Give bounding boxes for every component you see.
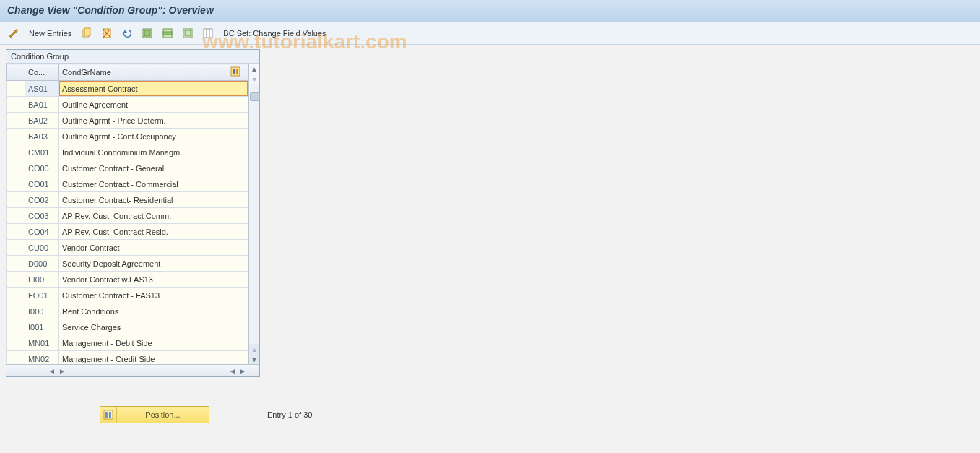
name-cell[interactable]: Customer Contract - Commercial [59, 176, 248, 192]
name-cell[interactable]: AP Rev. Cust. Contract Resid. [59, 224, 248, 240]
code-cell[interactable]: AS01 [25, 81, 59, 97]
name-cell[interactable]: Individual Condominium Managm. [59, 144, 248, 160]
row-selector[interactable] [7, 208, 25, 224]
code-cell[interactable]: BA02 [25, 113, 59, 129]
row-selector[interactable] [7, 192, 25, 208]
name-cell[interactable]: AP Rev. Cust. Contract Comm. [59, 208, 248, 224]
code-cell[interactable]: CO00 [25, 160, 59, 176]
row-selector[interactable] [7, 160, 25, 176]
code-cell[interactable]: CO03 [25, 208, 59, 224]
name-cell[interactable]: Rent Conditions [59, 303, 248, 319]
table-row[interactable]: CU00Vendor Contract [7, 240, 248, 256]
table-row[interactable]: FI00Vendor Contract w.FAS13 [7, 272, 248, 288]
table-row[interactable]: CO01Customer Contract - Commercial [7, 176, 248, 192]
row-selector[interactable] [7, 176, 25, 192]
table-row[interactable]: CO00Customer Contract - General [7, 160, 248, 176]
row-selector[interactable] [7, 272, 25, 288]
delete-icon[interactable] [99, 25, 115, 41]
table-row[interactable]: CO04AP Rev. Cust. Contract Resid. [7, 224, 248, 240]
name-cell[interactable]: Outline Agrmt - Cont.Occupancy [59, 129, 248, 144]
code-cell[interactable]: CO02 [25, 192, 59, 208]
table-row[interactable]: D000Security Deposit Agreement [7, 256, 248, 272]
position-icon [100, 407, 117, 422]
code-cell[interactable]: CO04 [25, 224, 59, 240]
table-row[interactable]: BA02Outline Agrmt - Price Determ. [7, 113, 248, 129]
scroll-up-icon[interactable]: ▲ [249, 64, 259, 74]
table-row[interactable]: BA03Outline Agrmt - Cont.Occupancy [7, 129, 248, 144]
position-button[interactable]: Position... [100, 406, 209, 423]
table-row[interactable]: CO03AP Rev. Cust. Contract Comm. [7, 208, 248, 224]
table-row[interactable]: I001Service Charges [7, 319, 248, 335]
table-row[interactable]: MN01Management - Debit Side [7, 335, 248, 351]
copy-as-icon[interactable] [79, 25, 95, 41]
row-selector[interactable] [7, 351, 25, 365]
scroll-right-end-icon[interactable]: ► [238, 366, 248, 376]
horizontal-scrollbar[interactable]: ◄ ► ◄ ► [6, 364, 259, 376]
table-row[interactable]: AS01Assessment Contract [7, 81, 248, 97]
scroll-up-step-icon[interactable]: ▾ [249, 74, 259, 84]
name-cell[interactable]: Outline Agreement [59, 97, 248, 113]
table-settings-button[interactable] [227, 64, 248, 81]
code-cell[interactable]: I000 [25, 303, 59, 319]
deselect-all-icon[interactable] [180, 25, 196, 41]
name-cell[interactable]: Customer Contract- Residential [59, 192, 248, 208]
toggle-display-change-icon[interactable] [6, 25, 22, 41]
row-select-header[interactable] [7, 64, 25, 81]
name-cell[interactable]: Security Deposit Agreement [59, 256, 248, 272]
code-cell[interactable]: FI00 [25, 272, 59, 288]
scroll-left-icon[interactable]: ◄ [47, 366, 57, 376]
scroll-down-step-icon[interactable]: ▴ [249, 344, 259, 354]
row-selector[interactable] [7, 224, 25, 240]
name-cell[interactable]: Customer Contract - FAS13 [59, 288, 248, 303]
select-all-icon[interactable] [139, 25, 155, 41]
code-cell[interactable]: CU00 [25, 240, 59, 256]
code-cell[interactable]: FO01 [25, 288, 59, 303]
table-row[interactable]: CO02Customer Contract- Residential [7, 192, 248, 208]
scroll-down-icon[interactable]: ▼ [249, 354, 259, 364]
name-cell[interactable]: Management - Debit Side [59, 335, 248, 351]
name-cell[interactable]: Vendor Contract w.FAS13 [59, 272, 248, 288]
code-cell[interactable]: CO01 [25, 176, 59, 192]
code-cell[interactable]: CM01 [25, 144, 59, 160]
name-cell[interactable]: Management - Credit Side [59, 351, 248, 365]
code-cell[interactable]: BA03 [25, 129, 59, 144]
table-row[interactable]: I000Rent Conditions [7, 303, 248, 319]
code-cell[interactable]: BA01 [25, 97, 59, 113]
table-row[interactable]: CM01Individual Condominium Managm. [7, 144, 248, 160]
code-cell[interactable]: MN02 [25, 351, 59, 365]
bc-set-button[interactable]: BC Set: Change Field Values [220, 29, 329, 38]
row-selector[interactable] [7, 129, 25, 144]
column-header-name[interactable]: CondGrName [59, 64, 227, 81]
row-selector[interactable] [7, 113, 25, 129]
code-cell[interactable]: D000 [25, 256, 59, 272]
table-row[interactable]: FO01Customer Contract - FAS13 [7, 288, 248, 303]
name-cell[interactable]: Customer Contract - General [59, 160, 248, 176]
code-cell[interactable]: I001 [25, 319, 59, 335]
name-cell[interactable]: Outline Agrmt - Price Determ. [59, 113, 248, 129]
scroll-left-end-icon[interactable]: ◄ [227, 366, 238, 376]
row-selector[interactable] [7, 256, 25, 272]
vertical-scrollbar[interactable]: ▲ ▾ ▴ ▼ [248, 64, 259, 364]
table-caption: Condition Group [6, 50, 259, 64]
row-selector[interactable] [7, 144, 25, 160]
configure-columns-icon[interactable] [200, 25, 216, 41]
row-selector[interactable] [7, 335, 25, 351]
row-selector[interactable] [7, 319, 25, 335]
code-cell[interactable]: MN01 [25, 335, 59, 351]
select-block-icon[interactable] [160, 25, 175, 41]
row-selector[interactable] [7, 81, 25, 97]
new-entries-button[interactable]: New Entries [26, 29, 74, 38]
svg-rect-13 [233, 69, 235, 74]
name-cell[interactable]: Assessment Contract [59, 81, 248, 97]
column-header-code[interactable]: Co... [25, 64, 59, 81]
undo-icon[interactable] [119, 25, 135, 41]
table-row[interactable]: MN02Management - Credit Side [7, 351, 248, 365]
row-selector[interactable] [7, 288, 25, 303]
row-selector[interactable] [7, 97, 25, 113]
table-row[interactable]: BA01Outline Agreement [7, 97, 248, 113]
scroll-right-icon[interactable]: ► [57, 366, 67, 376]
name-cell[interactable]: Vendor Contract [59, 240, 248, 256]
row-selector[interactable] [7, 240, 25, 256]
row-selector[interactable] [7, 303, 25, 319]
name-cell[interactable]: Service Charges [59, 319, 248, 335]
